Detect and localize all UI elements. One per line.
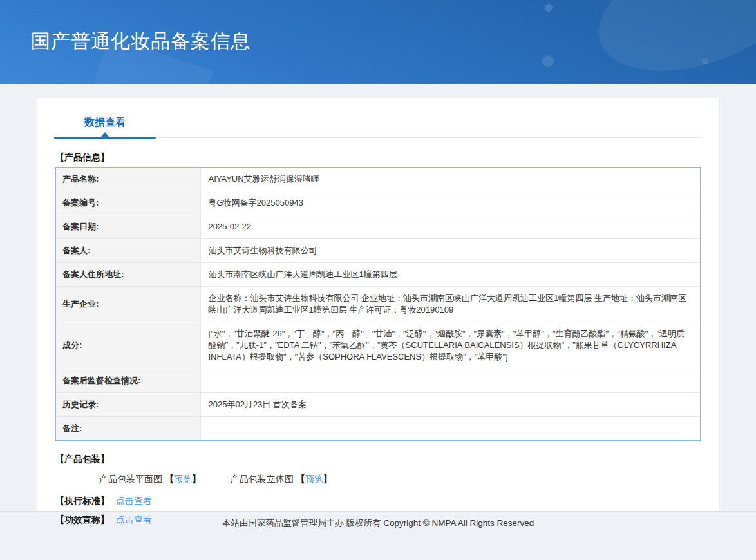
table-row-supervision-check: 备案后监督检查情况:	[56, 369, 700, 393]
row-value	[200, 417, 700, 441]
row-label: 备案后监督检查情况:	[56, 369, 200, 393]
row-value: AIYAYUN艾雅运舒润保湿啫喱	[200, 168, 700, 191]
row-value	[200, 369, 700, 393]
table-row-registrant-address: 备案人住所地址: 汕头市潮南区峡山广洋大道周凯迪工业区1幢第四层	[56, 263, 700, 287]
table-row-ingredients: 成分: ["水"，"甘油聚醚-26"，"丁二醇"，"丙二醇"，"甘油"，"泛醇"…	[56, 322, 700, 369]
row-value: 2025年02月23日 首次备案	[200, 393, 700, 417]
bracket-open: 【	[296, 474, 305, 484]
efficacy-claim-link[interactable]: 点击查看	[116, 514, 152, 525]
row-label: 生产企业:	[56, 287, 200, 322]
product-info-section-title: 【产品信息】	[55, 152, 701, 164]
bracket-close: 】	[192, 474, 201, 484]
page-header: 国产普通化妆品备案信息	[0, 0, 756, 84]
header-decoration-dot	[542, 55, 554, 67]
row-label: 备案人住所地址:	[56, 263, 200, 287]
row-value: 企业名称：汕头市艾诗生物科技有限公司 企业地址：汕头市潮南区峡山广洋大道周凯迪工…	[200, 287, 700, 322]
row-value: ["水"，"甘油聚醚-26"，"丁二醇"，"丙二醇"，"甘油"，"泛醇"，"烟酰…	[200, 322, 700, 369]
panel-content: 【产品信息】 产品名称: AIYAYUN艾雅运舒润保湿啫喱 备案编号: 粤G妆网…	[37, 152, 719, 526]
execution-standard-link[interactable]: 点击查看	[116, 496, 152, 506]
table-row-record-number: 备案编号: 粤G妆网备字2025050943	[56, 191, 700, 215]
packaging-3d-label: 产品包装立体图	[231, 474, 294, 484]
packaging-flat-label: 产品包装平面图	[99, 474, 162, 484]
bracket-open: 【	[165, 474, 174, 484]
row-label: 备案日期:	[56, 215, 200, 239]
row-value: 2025-02-22	[200, 215, 700, 239]
row-label: 备案编号:	[56, 191, 200, 215]
row-value: 汕头市艾诗生物科技有限公司	[200, 239, 700, 263]
bracket-close: 】	[323, 474, 332, 484]
packaging-flat-item: 产品包装平面图 【预览】	[99, 474, 203, 484]
row-label: 产品名称:	[56, 168, 200, 191]
row-label: 成分:	[56, 322, 200, 369]
table-row-product-name: 产品名称: AIYAYUN艾雅运舒润保湿啫喱	[56, 168, 700, 191]
packaging-flat-preview-link[interactable]: 预览	[174, 474, 192, 484]
header-decoration-band	[583, 0, 756, 84]
main-content: 数据查看 【产品信息】 产品名称: AIYAYUN艾雅运舒润保湿啫喱 备案编号:	[0, 98, 756, 560]
tab-bar: 数据查看	[54, 98, 702, 138]
table-row-remarks: 备注:	[56, 417, 700, 441]
packaging-3d-preview-link[interactable]: 预览	[305, 474, 323, 484]
row-label: 备案人:	[56, 239, 200, 263]
efficacy-claim-title: 【功效宣称】	[55, 514, 109, 525]
footer-copyright: 本站由国家药品监督管理局主办 版权所有 Copyright © NMPA All…	[222, 518, 534, 528]
execution-standard-row: 【执行标准】点击查看	[55, 496, 701, 507]
packaging-3d-item: 产品包装立体图 【预览】	[231, 474, 332, 484]
row-label: 历史记录:	[56, 393, 200, 417]
packaging-links-row: 产品包装平面图 【预览】 产品包装立体图 【预览】	[55, 474, 701, 485]
table-row-record-date: 备案日期: 2025-02-22	[56, 215, 700, 239]
page-title: 国产普通化妆品备案信息	[31, 28, 250, 55]
row-value: 汕头市潮南区峡山广洋大道周凯迪工业区1幢第四层	[200, 263, 700, 287]
header-decoration-dot	[702, 58, 708, 64]
table-row-history: 历史记录: 2025年02月23日 首次备案	[56, 393, 700, 417]
table-row-registrant: 备案人: 汕头市艾诗生物科技有限公司	[56, 239, 700, 263]
tab-data-view-label: 数据查看	[84, 117, 126, 128]
header-decoration-dot	[545, 4, 553, 12]
table-row-manufacturer: 生产企业: 企业名称：汕头市艾诗生物科技有限公司 企业地址：汕头市潮南区峡山广洋…	[56, 287, 700, 322]
product-packaging-section-title: 【产品包装】	[55, 454, 701, 465]
tab-active-underline	[54, 137, 156, 139]
row-label: 备注:	[56, 417, 200, 441]
product-info-table: 产品名称: AIYAYUN艾雅运舒润保湿啫喱 备案编号: 粤G妆网备字20250…	[55, 167, 701, 441]
record-detail-panel: 数据查看 【产品信息】 产品名称: AIYAYUN艾雅运舒润保湿啫喱 备案编号:	[37, 98, 719, 511]
tab-data-view[interactable]: 数据查看	[54, 116, 156, 137]
tab-active-arrow-icon	[101, 132, 109, 137]
row-value: 粤G妆网备字2025050943	[200, 191, 700, 215]
execution-standard-title: 【执行标准】	[55, 496, 109, 506]
